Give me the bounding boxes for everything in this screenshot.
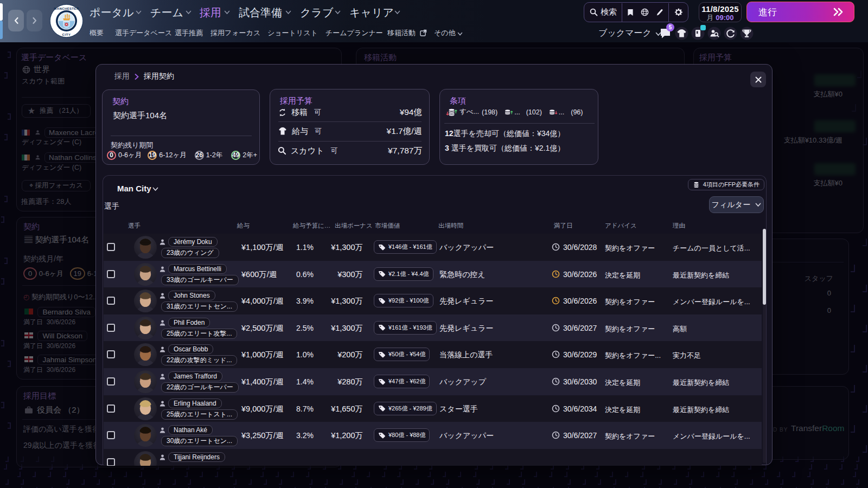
svg-text:CITY: CITY: [62, 33, 71, 36]
svg-text:MANCHESTER: MANCHESTER: [54, 7, 79, 10]
